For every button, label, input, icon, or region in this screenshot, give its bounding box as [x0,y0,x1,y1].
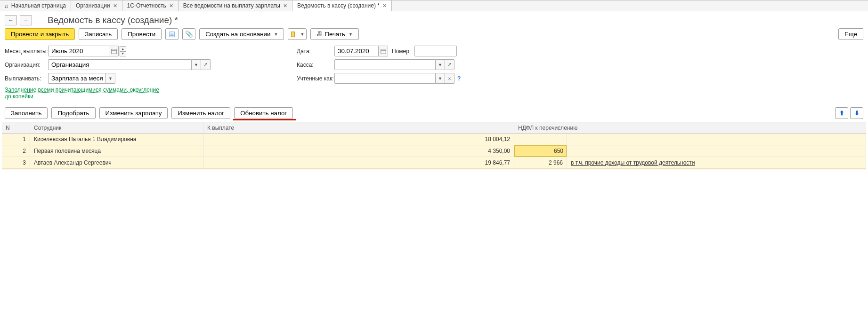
help-icon[interactable]: ? [457,75,461,82]
cell-employee: Автаев Александр Сергеевич [30,157,203,168]
nav-back-button[interactable]: ← [5,15,17,25]
list-icon [169,31,175,38]
chevron-down-icon: ▼ [438,76,442,81]
cell-to-pay: 18 004,12 [203,134,514,145]
fill-settings-link[interactable]: Заполнение всеми причитающимися суммами,… [5,87,165,100]
calendar-icon[interactable] [109,46,119,56]
date-input[interactable] [334,46,379,56]
table-row[interactable]: 3Автаев Александр Сергеевич19 846,772 96… [2,157,866,169]
open-icon: ↗ [447,62,452,68]
chevron-down-icon: ▼ [108,76,113,81]
svg-rect-4 [292,32,295,37]
tab-all-payrolls[interactable]: Все ведомости на выплату зарплаты ✕ [178,0,292,11]
home-icon: ⌂ [5,2,8,9]
chevron-down-icon: ▼ [300,32,304,37]
move-up-button[interactable]: ⬆ [835,107,848,119]
open-button[interactable]: ↗ [445,59,454,70]
accounted-input[interactable] [334,73,436,84]
close-icon[interactable]: ✕ [113,3,117,9]
cell-tax[interactable] [514,134,567,145]
cell-note: в т.ч. прочие доходы от трудовой деятель… [567,157,866,168]
button-label: Создать на основании [205,31,270,38]
cell-employee: Киселевская Наталья 1 Владимировна [30,134,203,145]
post-and-close-button[interactable]: Провести и закрыть [5,28,75,40]
more-button[interactable]: Еще [838,28,863,40]
cashbox-input[interactable] [334,59,436,70]
close-icon[interactable]: ✕ [382,3,387,9]
tab-label: Все ведомости на выплату зарплаты [183,2,280,9]
tab-home[interactable]: ⌂ Начальная страница [0,0,71,11]
tab-label: Ведомость в кассу (создание) * [297,2,380,9]
create-based-button[interactable]: Создать на основании ▼ [199,28,284,40]
col-tax[interactable]: НДФЛ к перечислению [514,122,866,133]
svg-rect-7 [381,49,386,54]
arrow-down-icon: ⬇ [854,110,860,117]
close-icon[interactable]: ✕ [169,3,173,9]
organization-input[interactable] [48,59,192,70]
cell-note [567,134,866,145]
pick-button[interactable]: Подобрать [51,107,95,119]
chevron-down-icon: ▼ [438,63,442,67]
month-label: Месяц выплаты: [5,48,48,55]
open-button[interactable]: ↗ [201,59,211,70]
chevron-down-icon: ▼ [349,32,353,37]
printer-icon: 🖶 [316,31,323,38]
table-row[interactable]: 1Киселевская Наталья 1 Владимировна18 00… [2,134,866,145]
pay-label: Выплачивать: [5,75,48,82]
dropdown-button[interactable]: ▼ [436,73,445,84]
tab-payroll-create[interactable]: Ведомость в кассу (создание) * ✕ [292,0,392,11]
note-link[interactable]: в т.ч. прочие доходы от трудовой деятель… [571,159,695,166]
close-icon: × [448,76,451,81]
move-down-button[interactable]: ⬇ [850,107,863,119]
pay-type-input[interactable] [48,73,106,84]
change-salary-button[interactable]: Изменить зарплату [99,107,168,119]
save-button[interactable]: Записать [79,28,118,40]
svg-rect-5 [111,49,116,54]
dropdown-button[interactable]: ▼ [436,59,445,70]
cashbox-label: Касса: [297,62,334,68]
form-area: Месяц выплаты: ▴▾ Дата: Номер: Организ [0,44,868,104]
cell-n: 2 [2,145,30,157]
refresh-tax-button[interactable]: Обновить налог [234,107,293,119]
month-spinner[interactable]: ▴▾ [120,46,126,56]
employees-grid: N Сотрудник К выплате НДФЛ к перечислени… [2,122,866,169]
grid-actions: Заполнить Подобрать Изменить зарплату Из… [0,104,868,122]
dropdown-button[interactable]: ▼ [192,59,201,70]
tab-label: 1С-Отчетность [127,2,166,9]
toolbar: Провести и закрыть Записать Провести 📎 С… [0,28,868,44]
close-icon[interactable]: ✕ [283,3,287,9]
dropdown-button[interactable]: ▼ [106,73,115,84]
clear-button[interactable]: × [445,73,454,84]
number-input[interactable] [414,46,457,56]
button-label: Печать [324,31,345,38]
calendar-icon[interactable] [379,46,388,56]
nav-forward-button: → [20,15,32,25]
cell-tax[interactable]: 650 [514,145,567,157]
cell-to-pay: 19 846,77 [203,157,514,168]
show-movements-button[interactable] [165,28,178,40]
post-button[interactable]: Провести [122,28,162,40]
tabs-bar: ⌂ Начальная страница Организации ✕ 1С-От… [0,0,868,11]
date-label: Дата: [297,48,334,55]
print-button[interactable]: 🖶 Печать ▼ [310,28,359,40]
tab-reporting[interactable]: 1С-Отчетность ✕ [122,0,178,11]
change-tax-button[interactable]: Изменить налог [171,107,230,119]
attachments-button[interactable]: 📎 [182,28,195,40]
month-input[interactable] [48,46,109,56]
button-label: Еще [844,31,857,38]
payslip-button[interactable]: ▼ [288,28,307,40]
cell-note [567,145,866,157]
col-employee[interactable]: Сотрудник [30,122,203,133]
cell-n: 3 [2,157,30,168]
cell-tax[interactable]: 2 966 [514,157,567,168]
tab-label: Организации [76,2,110,9]
open-icon: ↗ [203,62,208,68]
tab-organizations[interactable]: Организации ✕ [71,0,122,11]
page-title: Ведомость в кассу (создание) * [48,15,178,25]
col-n[interactable]: N [2,122,30,133]
grid-header: N Сотрудник К выплате НДФЛ к перечислени… [2,122,866,134]
fill-button[interactable]: Заполнить [5,107,48,119]
col-to-pay[interactable]: К выплате [203,122,514,133]
accounted-label: Учтенные как: [297,75,334,82]
table-row[interactable]: 2Первая половина месяца4 350,00650 [2,145,866,157]
